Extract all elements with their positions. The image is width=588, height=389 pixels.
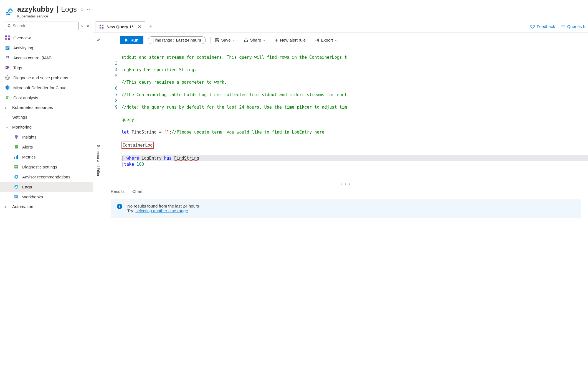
collapse-sidebar-icon[interactable]: « bbox=[87, 24, 89, 28]
sidebar-item-tags[interactable]: Tags bbox=[0, 63, 93, 73]
new-alert-button[interactable]: New alert rule bbox=[275, 38, 306, 42]
shield-icon bbox=[5, 85, 10, 90]
schema-filter-label[interactable]: Schema and Filter bbox=[96, 145, 101, 176]
sidebar-item-label: Overview bbox=[13, 35, 31, 40]
svg-rect-42 bbox=[561, 26, 563, 26]
sidebar-item-workbooks[interactable]: Workbooks bbox=[0, 192, 93, 202]
alerts-icon: ! bbox=[14, 144, 19, 149]
sidebar-item-defender[interactable]: Microsoft Defender for Cloud bbox=[0, 83, 93, 93]
more-icon[interactable]: ⋯ bbox=[87, 6, 92, 12]
sidebar-item-label: Insights bbox=[22, 135, 37, 139]
query-editor[interactable]: 3 4 5 6 7 8 9 stdout and stderr streams … bbox=[104, 47, 588, 181]
gutter: 3 4 5 6 7 8 9 bbox=[104, 48, 121, 180]
export-icon bbox=[315, 38, 319, 42]
sidebar-item-label: Advisor recommendations bbox=[22, 175, 70, 179]
sidebar-item-insights[interactable]: Insights bbox=[0, 132, 93, 142]
sidebar-item-advisor[interactable]: Advisor recommendations bbox=[0, 172, 93, 182]
export-button[interactable]: Export ⌄ bbox=[315, 38, 337, 42]
query-tab-icon bbox=[99, 24, 104, 29]
code-area[interactable]: stdout and stderr streams for containers… bbox=[121, 48, 588, 180]
chevron-down-icon: ⌄ bbox=[232, 38, 235, 42]
svg-rect-46 bbox=[216, 40, 219, 42]
sidebar-item-diagnose[interactable]: Diagnose and solve problems bbox=[0, 73, 93, 83]
svg-rect-6 bbox=[11, 11, 12, 12]
queries-button[interactable]: Queries h bbox=[561, 24, 585, 29]
svg-rect-15 bbox=[6, 48, 9, 48]
splitter[interactable]: • • • bbox=[104, 181, 588, 187]
info-icon: i bbox=[117, 204, 122, 209]
cost-icon: $ bbox=[5, 95, 10, 100]
sidebar-item-overview[interactable]: Overview bbox=[0, 33, 93, 43]
play-icon bbox=[125, 38, 128, 42]
expand-panel-icon[interactable]: » bbox=[97, 37, 100, 42]
search-box[interactable] bbox=[5, 22, 78, 30]
activity-log-icon bbox=[5, 45, 10, 50]
svg-rect-34 bbox=[16, 186, 17, 188]
metrics-icon bbox=[14, 154, 19, 159]
svg-rect-39 bbox=[100, 27, 101, 29]
sidebar-item-automation[interactable]: › Automation bbox=[0, 202, 93, 211]
plus-icon bbox=[275, 38, 278, 42]
access-control-icon bbox=[5, 55, 10, 60]
sidebar-item-label: Alerts bbox=[22, 145, 33, 149]
chevron-down-icon: ⌄ bbox=[263, 38, 265, 42]
search-input[interactable] bbox=[13, 24, 76, 28]
favorite-icon[interactable]: ☆ bbox=[80, 6, 84, 12]
chevron-right-icon: › bbox=[5, 105, 9, 110]
queries-icon bbox=[561, 24, 566, 29]
insights-icon bbox=[14, 134, 19, 139]
sidebar-item-activity-log[interactable]: Activity log bbox=[0, 43, 93, 53]
svg-point-19 bbox=[6, 67, 7, 68]
add-tab-icon[interactable]: + bbox=[149, 23, 153, 30]
sidebar-item-label: Diagnostic settings bbox=[22, 165, 57, 169]
sidebar-item-label: Kubernetes resources bbox=[12, 105, 53, 110]
query-tab[interactable]: New Query 1* ✕ bbox=[95, 21, 145, 32]
sidebar-item-label: Workbooks bbox=[22, 194, 43, 199]
tab-label: New Query 1* bbox=[107, 24, 133, 29]
svg-rect-45 bbox=[216, 38, 218, 39]
svg-rect-28 bbox=[17, 155, 18, 159]
run-button[interactable]: Run bbox=[120, 36, 143, 44]
sidebar-item-access-control[interactable]: Access control (IAM) bbox=[0, 53, 93, 63]
sidebar-item-kubernetes-resources[interactable]: › Kubernetes resources bbox=[0, 103, 93, 112]
sidebar-item-logs[interactable]: Logs bbox=[0, 182, 93, 192]
save-button[interactable]: Save ⌄ bbox=[215, 38, 235, 42]
svg-rect-12 bbox=[8, 38, 10, 40]
sidebar-item-metrics[interactable]: Metrics bbox=[0, 152, 93, 162]
logs-icon bbox=[14, 184, 19, 189]
divider bbox=[210, 37, 211, 43]
svg-rect-11 bbox=[5, 38, 7, 40]
svg-point-21 bbox=[8, 77, 9, 78]
chevron-right-icon: › bbox=[5, 204, 9, 209]
no-results-text: No results found from the last 24 hours bbox=[127, 204, 199, 208]
sidebar-item-label: Diagnose and solve problems bbox=[13, 75, 68, 80]
chevron-right-icon: › bbox=[5, 115, 9, 119]
resource-icon bbox=[6, 8, 13, 16]
feedback-button[interactable]: Feedback bbox=[530, 24, 555, 29]
results-tab[interactable]: Results bbox=[111, 189, 125, 194]
updown-icon[interactable]: ◇ bbox=[81, 24, 83, 27]
sidebar-item-alerts[interactable]: ! Alerts bbox=[0, 142, 93, 152]
share-button[interactable]: Share ⌄ bbox=[244, 38, 265, 42]
svg-rect-43 bbox=[563, 25, 565, 25]
sidebar-item-monitoring[interactable]: ⌄ Monitoring bbox=[0, 122, 93, 132]
time-range-link[interactable]: selecting another time range bbox=[135, 208, 188, 213]
time-range-picker[interactable]: Time range : Last 24 hours bbox=[148, 36, 206, 44]
page-title: azzykubby | Logs ☆ ⋯ bbox=[17, 5, 92, 14]
svg-rect-41 bbox=[561, 25, 563, 25]
highlighted-token: ContainerLog bbox=[121, 142, 154, 149]
svg-rect-37 bbox=[100, 25, 101, 26]
svg-rect-14 bbox=[6, 47, 9, 47]
sidebar-item-cost[interactable]: $ Cost analysis bbox=[0, 93, 93, 103]
workbooks-icon bbox=[14, 194, 19, 199]
divider bbox=[310, 37, 310, 43]
heart-icon bbox=[530, 24, 535, 29]
sidebar-item-label: Monitoring bbox=[12, 125, 32, 129]
chevron-down-icon: ⌄ bbox=[334, 38, 337, 42]
share-icon bbox=[244, 38, 248, 42]
chart-tab[interactable]: Chart bbox=[132, 189, 143, 194]
sidebar-item-diagnostic-settings[interactable]: Diagnostic settings bbox=[0, 162, 93, 172]
close-tab-icon[interactable]: ✕ bbox=[138, 24, 141, 29]
sidebar-item-settings[interactable]: › Settings bbox=[0, 112, 93, 122]
save-icon bbox=[215, 38, 219, 42]
